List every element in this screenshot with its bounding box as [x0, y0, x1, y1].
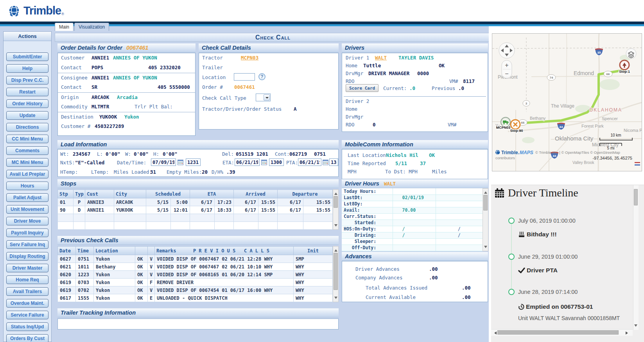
- table-row[interactable]: Sleeper:: [342, 238, 483, 245]
- table-row[interactable]: 06270751YukonOKVVOIDED DISP OF 0067467 0…: [58, 255, 333, 263]
- table-row[interactable]: Curr.Status:: [342, 213, 483, 220]
- table-row[interactable]: 01PANNIE3ARCAOK5/155:006/1717:236/1715:5…: [58, 198, 333, 206]
- driver-hours-scrollbar[interactable]: [483, 188, 488, 251]
- scrollbar-thumb[interactable]: [634, 189, 638, 205]
- driver1-link[interactable]: WALT: [375, 55, 387, 61]
- help-icon[interactable]: ?: [258, 73, 265, 80]
- stops-scrollbar[interactable]: [333, 189, 339, 230]
- scrollbar-thumb[interactable]: [334, 253, 338, 290]
- sidebar-button[interactable]: Driver Master: [6, 264, 48, 272]
- map-panel[interactable]: Piedmont Edmond The Village Spencer Beth…: [492, 33, 642, 171]
- sidebar-button[interactable]: Payroll Inquiry: [6, 229, 48, 237]
- scroll-up-icon[interactable]: [334, 191, 337, 195]
- table-row[interactable]: 90DANNIE1YUKOOK5/1512:016/1718:336/1715:…: [58, 206, 333, 214]
- pta-date-input[interactable]: [298, 158, 321, 166]
- sidebar-button[interactable]: Directions: [6, 123, 48, 131]
- attribution-contributors[interactable]: contributors: [495, 156, 515, 160]
- table-row[interactable]: Driving://: [342, 232, 483, 238]
- scroll-down-icon[interactable]: [634, 324, 637, 328]
- sidebar-button[interactable]: Restart: [6, 88, 48, 96]
- table-row[interactable]: Off-Duty:: [342, 245, 483, 251]
- zoom-in-button[interactable]: +: [505, 62, 508, 68]
- sidebar-button[interactable]: Disp Prev C.C.: [6, 76, 48, 85]
- calendar-icon[interactable]: [323, 159, 328, 165]
- pta-time-input[interactable]: [329, 158, 338, 166]
- scroll-right-icon[interactable]: [626, 331, 630, 335]
- sidebar-button[interactable]: Driver Move: [6, 217, 48, 225]
- timeline-event-title[interactable]: Emptied on 0067753-01: [518, 303, 593, 310]
- scroll-up-icon[interactable]: [334, 248, 337, 252]
- sidebar-button[interactable]: Overdue Maint.: [6, 299, 48, 308]
- check-call-type-select[interactable]: [256, 94, 271, 101]
- scrollbar-thumb[interactable]: [483, 195, 488, 211]
- sidebar-button[interactable]: Orders By Cust: [6, 334, 48, 342]
- scrollbar-thumb[interactable]: [334, 196, 338, 208]
- tractor-link[interactable]: MCPN03: [241, 55, 258, 61]
- sidebar-button[interactable]: Display Routing: [6, 252, 48, 261]
- sidebar-button[interactable]: Unit Movement: [6, 205, 48, 214]
- scroll-down-icon[interactable]: [334, 297, 337, 301]
- timeline-node[interactable]: [508, 254, 515, 260]
- driver-timeline-panel[interactable]: Driver Timeline July 06, 2019 01:00:00 B…: [491, 185, 644, 342]
- calendar-icon[interactable]: [261, 159, 267, 165]
- tab-main[interactable]: Main: [55, 23, 74, 31]
- sidebar-button[interactable]: MC Mini Menu: [6, 158, 48, 167]
- timeline-vertical-scrollbar[interactable]: [633, 185, 639, 330]
- sidebar-button[interactable]: Hours: [6, 182, 48, 190]
- timeline-event-title[interactable]: Driver PTA: [518, 267, 558, 274]
- scroll-down-icon[interactable]: [334, 224, 337, 228]
- timeline-event-title[interactable]: Bithday !!!: [518, 231, 557, 238]
- timeline-horizontal-scrollbar[interactable]: [491, 329, 633, 336]
- table-row[interactable]: 06190703YukonOKFREMOVE DRIVERWHY: [58, 279, 333, 286]
- map-layers-button[interactable]: [626, 49, 636, 59]
- calendar-icon[interactable]: [178, 159, 183, 165]
- eta-time-input[interactable]: [269, 158, 284, 166]
- order-number[interactable]: 0067461: [126, 45, 148, 51]
- map-zoom-control[interactable]: + −: [502, 60, 512, 78]
- sidebar-button[interactable]: Service Failure: [6, 311, 48, 319]
- table-row[interactable]: Started:: [342, 220, 483, 226]
- table-row[interactable]: Avail:70.00: [342, 207, 483, 213]
- location-input[interactable]: [234, 73, 255, 81]
- sidebar-button[interactable]: Status Inq/Upd: [6, 322, 48, 331]
- score-card-button[interactable]: Score Card: [346, 84, 379, 92]
- table-row[interactable]: LastDt:02/01/19: [342, 194, 483, 201]
- timeline-node[interactable]: [508, 289, 515, 295]
- table-row[interactable]: HOS:On-Duty://: [342, 226, 483, 232]
- sidebar-button[interactable]: Avail Ld Preplar: [6, 170, 48, 178]
- sidebar-button[interactable]: Update: [6, 111, 48, 120]
- table-row[interactable]: 06171555YukonOKEUNLOADED - QUICK DISPATC…: [58, 294, 333, 302]
- sidebar-button[interactable]: Submit/Enter: [6, 52, 48, 61]
- sidebar-button[interactable]: Home Req: [6, 275, 48, 284]
- sidebar-button[interactable]: Avail Trailers: [6, 287, 48, 296]
- table-row[interactable]: 06201223YukonOKVVOIDED DISP OF 0068165 0…: [58, 271, 333, 279]
- attribution-text[interactable]: © Trimble Inc. | © OpenMapTiles © OpenSt…: [535, 150, 620, 155]
- time-input[interactable]: [186, 158, 201, 166]
- table-row[interactable]: [58, 222, 333, 230]
- stops-table[interactable]: Stp Typ Cust City Scheduled ETA Arrived …: [57, 189, 333, 230]
- table-row[interactable]: [58, 214, 333, 222]
- table-row[interactable]: 06190702YukonOKVVOIDED DISP OF 0067454 0…: [58, 286, 333, 294]
- sidebar-button[interactable]: Pallet Adjust: [6, 193, 48, 202]
- sidebar-button[interactable]: Comments: [6, 146, 48, 155]
- sidebar-button[interactable]: CC Mini Menu: [6, 135, 48, 143]
- scroll-up-icon[interactable]: [484, 190, 487, 194]
- previous-check-calls-table[interactable]: Date Time Location Remarks P R E V I O U…: [57, 246, 333, 302]
- tab-visualization[interactable]: Visualization: [74, 23, 109, 31]
- table-row[interactable]: 06211011BethanyOKVVOIDED DISP OF 0067467…: [58, 263, 333, 271]
- scrollbar-thumb[interactable]: [497, 330, 619, 335]
- map-pan-control[interactable]: [499, 43, 515, 58]
- driver-hours-table[interactable]: Today Hours:LastDt:02/01/19Lst8Dy:Avail:…: [342, 188, 483, 251]
- sidebar-button[interactable]: Order History: [6, 99, 48, 108]
- stop1-marker[interactable]: Stop:1: [619, 60, 630, 74]
- zoom-out-button[interactable]: −: [505, 70, 508, 77]
- sidebar-button[interactable]: Serv Failure Inq: [6, 240, 48, 249]
- sidebar-button[interactable]: Help: [6, 64, 48, 73]
- table-row[interactable]: Today Hours:: [342, 188, 483, 194]
- eta-date-input[interactable]: [235, 158, 260, 166]
- pcc-scrollbar[interactable]: [333, 246, 339, 302]
- map-canvas[interactable]: Piedmont Edmond The Village Spencer Beth…: [492, 34, 642, 171]
- scroll-left-icon[interactable]: [493, 331, 497, 335]
- chevron-down-icon[interactable]: [264, 94, 270, 101]
- scroll-down-icon[interactable]: [484, 246, 487, 250]
